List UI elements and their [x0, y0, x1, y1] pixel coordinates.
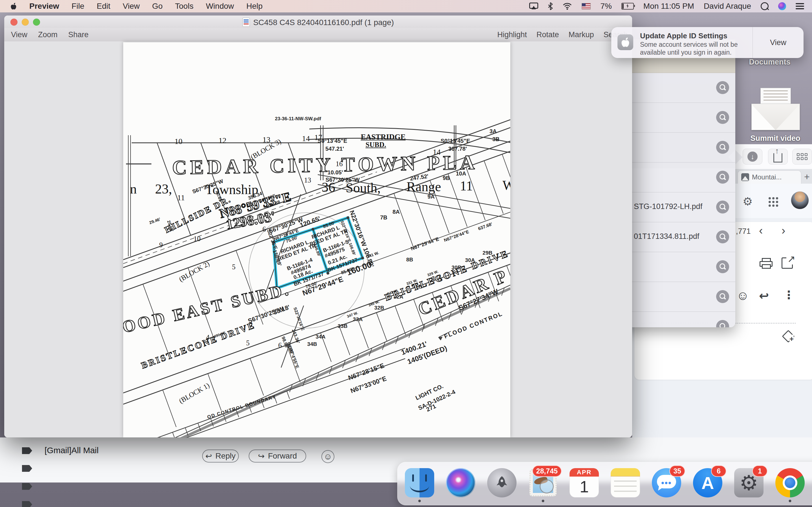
- desktop-icon-summit-video[interactable]: Summit video: [750, 88, 801, 143]
- quicklook-magnifier-icon[interactable]: [716, 320, 729, 327]
- spotlight-search-icon[interactable]: [761, 2, 769, 10]
- attachment-filename: STG-101792-LH.pdf: [634, 202, 702, 211]
- preview-window: SC458 C4S 824040116160.pdf (1 page) View…: [4, 15, 632, 438]
- desktop-icon-documents[interactable]: Documents: [733, 58, 806, 66]
- dock-item-notes[interactable]: [611, 468, 640, 497]
- pdf-page[interactable]: 23-36-11-NW-SW.pdfEASTRIDGESUBD.S0°13'45…: [123, 42, 510, 438]
- quicklook-magnifier-icon[interactable]: [716, 230, 729, 243]
- menu-bar: PreviewFileEditViewGoToolsWindowHelp 7% …: [0, 0, 812, 12]
- map-label: 8A: [393, 209, 400, 215]
- toolbar-rotate-button[interactable]: Rotate: [537, 31, 559, 39]
- notification-banner[interactable]: Update Apple ID Settings Some account se…: [611, 27, 804, 58]
- map-label: 5: [232, 263, 236, 271]
- grid-icon: [797, 153, 808, 160]
- apple-menu-icon[interactable]: [10, 2, 17, 10]
- toolbar-zoom-button[interactable]: Zoom: [38, 31, 57, 39]
- dock-item-mail[interactable]: 28,745: [528, 468, 558, 497]
- map-label: 34B: [307, 341, 317, 347]
- quicklook-magnifier-icon[interactable]: [716, 171, 729, 184]
- browser-tab[interactable]: Mountai...: [738, 170, 801, 184]
- quicklook-magnifier-icon[interactable]: [716, 290, 729, 303]
- new-tab-button[interactable]: +: [804, 171, 810, 182]
- toolbar-highlight-button[interactable]: Highlight: [497, 31, 527, 39]
- wifi-icon[interactable]: [562, 3, 572, 10]
- map-label: 12: [218, 136, 226, 145]
- map-label: 17: [314, 133, 322, 142]
- dock-item-messages[interactable]: •••35: [652, 468, 681, 497]
- dock-item-finder[interactable]: [405, 468, 434, 497]
- menu-view[interactable]: View: [123, 2, 140, 11]
- menu-tools[interactable]: Tools: [175, 2, 193, 11]
- reply-icon[interactable]: ↩: [759, 289, 769, 303]
- notification-view-button[interactable]: View: [753, 27, 804, 58]
- map-label: 547.21': [325, 146, 344, 152]
- dock-item-launchpad[interactable]: [487, 468, 516, 497]
- map-label: 3A: [490, 128, 497, 135]
- toolbar-share-button[interactable]: Share: [68, 31, 89, 39]
- map-label: Range: [407, 179, 441, 194]
- label-tag-icon[interactable]: [22, 483, 32, 490]
- bluetooth-icon[interactable]: [548, 2, 553, 10]
- quicklook-magnifier-icon[interactable]: [716, 141, 729, 154]
- preview-toolbar: ViewZoomShare HighlightRotateMarkupSearc…: [4, 28, 632, 42]
- gear-icon[interactable]: ⚙: [743, 195, 753, 208]
- attachment-filename: 01T171334.811.pdf: [634, 232, 699, 241]
- siri-icon[interactable]: [778, 2, 786, 10]
- desktop-icon-label: Documents: [733, 58, 806, 66]
- map-label: 9B: [443, 175, 450, 181]
- fast-user-switch[interactable]: David Araque: [704, 2, 751, 11]
- add-shortcut-icon[interactable]: +: [784, 332, 794, 340]
- dock-item-app-store[interactable]: A6: [693, 468, 722, 497]
- map-label: EASTRIDGE: [361, 133, 405, 142]
- dock-item-chrome[interactable]: [775, 468, 805, 497]
- map-label: 10: [174, 137, 183, 146]
- map-label: 10: [194, 235, 201, 243]
- menu-bar-clock[interactable]: Mon 11:05 PM: [644, 2, 694, 11]
- gmail-label-row[interactable]: [Gmail]All Mail: [45, 446, 99, 455]
- window-titlebar[interactable]: SC458 C4S 824040116160.pdf (1 page): [4, 15, 632, 28]
- map-label: 34A: [316, 334, 326, 340]
- menu-help[interactable]: Help: [246, 2, 263, 11]
- newer-thread-button[interactable]: ‹: [759, 224, 763, 237]
- more-options-icon[interactable]: ⋮: [783, 288, 795, 301]
- dock-item-system-preferences[interactable]: ⚙1: [734, 468, 763, 497]
- notification-badge: 6: [711, 465, 726, 477]
- avatar[interactable]: [791, 191, 809, 209]
- map-label: S0°13'45"E: [441, 138, 470, 144]
- reply-button[interactable]: ↩ Reply: [202, 450, 239, 462]
- menu-go[interactable]: Go: [152, 2, 162, 11]
- dock-item-siri[interactable]: [446, 468, 475, 497]
- quicklook-magnifier-icon[interactable]: [716, 111, 729, 124]
- toolbar-markup-button[interactable]: Markup: [568, 31, 594, 39]
- map-label: n: [130, 181, 137, 196]
- menu-file[interactable]: File: [71, 2, 84, 11]
- forward-button[interactable]: ↪ Forward: [249, 450, 306, 462]
- older-thread-button[interactable]: ›: [781, 224, 785, 237]
- share-icon: [773, 153, 782, 163]
- pdf-viewer-area[interactable]: 23-36-11-NW-SW.pdfEASTRIDGESUBD.S0°13'45…: [4, 41, 632, 438]
- notification-center-icon[interactable]: [796, 3, 804, 9]
- print-icon[interactable]: [760, 258, 771, 268]
- share-button[interactable]: [768, 149, 788, 165]
- toolbar-view-button[interactable]: View: [11, 31, 28, 39]
- menu-edit[interactable]: Edit: [97, 2, 110, 11]
- label-tag-icon[interactable]: [22, 501, 32, 507]
- emoji-reaction-icon[interactable]: ☺: [737, 288, 749, 302]
- emoji-button[interactable]: ☺: [321, 450, 335, 463]
- menu-window[interactable]: Window: [206, 2, 234, 11]
- menu-preview[interactable]: Preview: [29, 2, 59, 11]
- input-language-flag-icon[interactable]: [581, 3, 591, 9]
- open-in-new-icon[interactable]: [781, 258, 793, 269]
- map-label: 32B: [374, 305, 384, 311]
- quicklook-magnifier-icon[interactable]: [716, 81, 729, 94]
- dock-item-calendar[interactable]: APR1: [569, 468, 599, 497]
- notification-badge: 1: [752, 465, 767, 477]
- downloads-button[interactable]: ↓: [743, 149, 762, 165]
- notification-badge: 35: [669, 465, 685, 477]
- tab-overview-button[interactable]: [792, 149, 812, 165]
- quicklook-magnifier-icon[interactable]: [716, 201, 729, 214]
- quicklook-magnifier-icon[interactable]: [716, 260, 729, 273]
- airplay-icon[interactable]: [529, 3, 538, 10]
- tab-title: Mountai...: [752, 173, 781, 181]
- google-apps-icon[interactable]: [769, 197, 778, 207]
